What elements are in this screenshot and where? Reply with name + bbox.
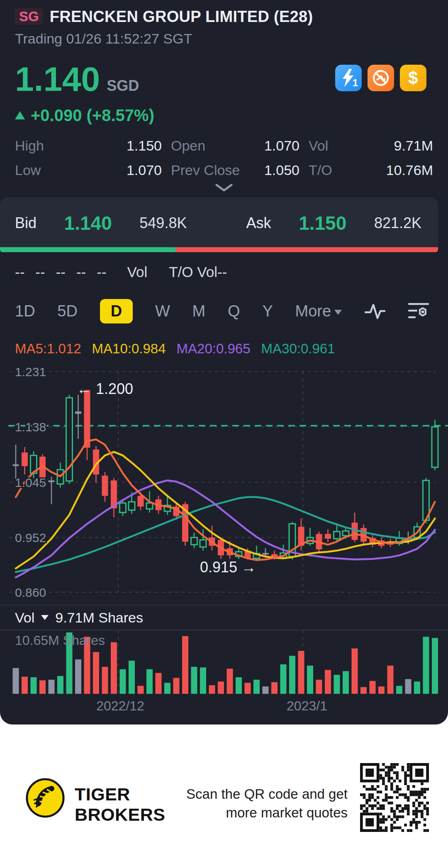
svg-text:1.138: 1.138 <box>15 420 46 434</box>
stat-value: 1.070 <box>127 162 162 178</box>
stat-vol: Vol9.71M <box>309 138 433 154</box>
bid-label: Bid <box>15 214 37 232</box>
page-title: FRENCKEN GROUP LIMITED (E28) <box>50 8 313 26</box>
header: SG FRENCKEN GROUP LIMITED (E28) Trading … <box>0 0 448 48</box>
bid-price: 1.140 <box>64 212 112 234</box>
no-short-sell-icon[interactable] <box>368 65 394 91</box>
stat-low: Low1.070 <box>15 162 162 178</box>
last-price: 1.140 <box>15 62 100 96</box>
brand-name: TIGER BROKERS <box>75 784 166 825</box>
volume-pane[interactable]: 10.65M Shares <box>0 630 448 696</box>
stat-label: High <box>15 138 44 154</box>
stat-t/o: T/O10.76M <box>309 162 433 178</box>
stat-label: Low <box>15 162 41 178</box>
tab-m[interactable]: M <box>192 302 206 320</box>
stat-value: 1.150 <box>127 138 162 154</box>
stat-label: Prev Close <box>171 162 240 178</box>
tab-w[interactable]: W <box>155 302 170 320</box>
svg-text:0.915 →: 0.915 → <box>200 559 256 576</box>
tiger-brokers-logo <box>25 778 66 818</box>
ma-label-ma10: MA10:0.984 <box>92 341 166 357</box>
line-chart-icon[interactable] <box>364 301 386 321</box>
volume-value: 9.71M Shares <box>55 610 143 626</box>
volume-scale-label: 10.65M Shares <box>15 633 105 648</box>
ticker-placeholder: -- <box>35 264 45 280</box>
trading-status: Trading 01/26 11:52:27 SGT <box>15 31 433 48</box>
ma-label-ma20: MA20:0.965 <box>177 341 251 357</box>
tab-more[interactable]: More <box>295 302 342 320</box>
qr-code <box>360 763 429 832</box>
period-tabs: 1D5DDWMQYMore <box>0 298 448 324</box>
tab-5d[interactable]: 5D <box>57 302 78 320</box>
ticker-placeholder: -- <box>15 264 24 280</box>
chevron-down-icon <box>41 615 49 620</box>
tab-q[interactable]: Q <box>228 302 240 320</box>
stat-label: Vol <box>309 138 328 154</box>
stat-label: T/O <box>309 162 332 178</box>
ticker-vol-label: Vol <box>127 264 148 280</box>
bid-ratio-segment <box>0 247 175 252</box>
currency-label: SGD <box>107 77 139 95</box>
stat-value: 1.050 <box>264 162 299 178</box>
chart-tool-icons <box>364 301 430 321</box>
bid-size: 549.8K <box>139 214 187 232</box>
quote-badges: 1 $ <box>335 65 426 91</box>
ticker-turnover-label: T/O Vol-- <box>169 264 227 280</box>
date-label: 2022/12 <box>96 698 144 714</box>
exchange-badge: SG <box>15 8 43 25</box>
stat-high: High1.150 <box>15 138 162 154</box>
price-change: +0.090 (+8.57%) <box>31 106 154 125</box>
flash-level1-icon[interactable]: 1 <box>335 65 362 91</box>
svg-text:0.860: 0.860 <box>15 586 46 599</box>
date-label: 2023/1 <box>287 698 327 714</box>
stat-prev-close: Prev Close1.050 <box>171 162 299 178</box>
ma-legend: MA5:1.012MA10:0.984MA20:0.965MA30:0.961 <box>0 341 448 357</box>
candlestick-chart[interactable]: 1.2311.1381.0450.9520.860← 1.2000.915 → <box>0 361 448 605</box>
time-sales-ticker[interactable]: ----------VolT/O Vol-- <box>0 260 448 284</box>
collapse-chevron[interactable] <box>0 178 448 197</box>
ma-label-ma5: MA5:1.012 <box>15 341 81 357</box>
svg-text:0.952: 0.952 <box>15 531 46 545</box>
ticker-placeholder: -- <box>97 264 106 280</box>
footer: TIGER BROKERS Scan the QR code and get m… <box>0 725 448 868</box>
stat-value: 1.070 <box>264 138 299 154</box>
bid-ask-ratio-bar <box>0 247 438 252</box>
x-axis-labels: 2022/122023/1 <box>0 696 448 717</box>
stat-value: 9.71M <box>394 138 433 154</box>
dollar-icon[interactable]: $ <box>400 65 426 91</box>
tab-y[interactable]: Y <box>262 302 273 320</box>
volume-header[interactable]: Vol 9.71M Shares <box>0 605 448 630</box>
scan-caption: Scan the QR code and get more market quo… <box>186 785 348 822</box>
quote-screen: SG FRENCKEN GROUP LIMITED (E28) Trading … <box>0 0 448 725</box>
stat-value: 10.76M <box>386 162 433 178</box>
ask-price: 1.150 <box>299 212 346 234</box>
ask-label: Ask <box>246 214 271 232</box>
stat-label: Open <box>171 138 205 154</box>
ticker-placeholder: -- <box>76 264 86 280</box>
ask-size: 821.2K <box>374 214 421 232</box>
ask-ratio-segment <box>175 247 438 252</box>
svg-text:1.231: 1.231 <box>15 365 46 379</box>
indicator-settings-icon[interactable] <box>407 301 430 321</box>
tab-d[interactable]: D <box>100 299 133 323</box>
tab-1d[interactable]: 1D <box>15 302 35 320</box>
svg-text:1.045: 1.045 <box>15 476 46 489</box>
price-chart: 1.2311.1381.0450.9520.860← 1.2000.915 → <box>0 361 448 605</box>
ticker-placeholder: -- <box>56 264 66 280</box>
order-book-card[interactable]: Bid 1.140 549.8K Ask 1.150 821.2K <box>0 197 438 252</box>
ma-label-ma30: MA30:0.961 <box>261 341 335 357</box>
up-triangle-icon <box>15 111 25 119</box>
chevron-down-icon <box>334 310 342 315</box>
quote-stats: High1.150Open1.070Vol9.71MLow1.070Prev C… <box>0 138 448 178</box>
volume-label: Vol <box>15 610 34 626</box>
stat-open: Open1.070 <box>171 138 299 154</box>
svg-text:← 1.200: ← 1.200 <box>77 380 133 397</box>
